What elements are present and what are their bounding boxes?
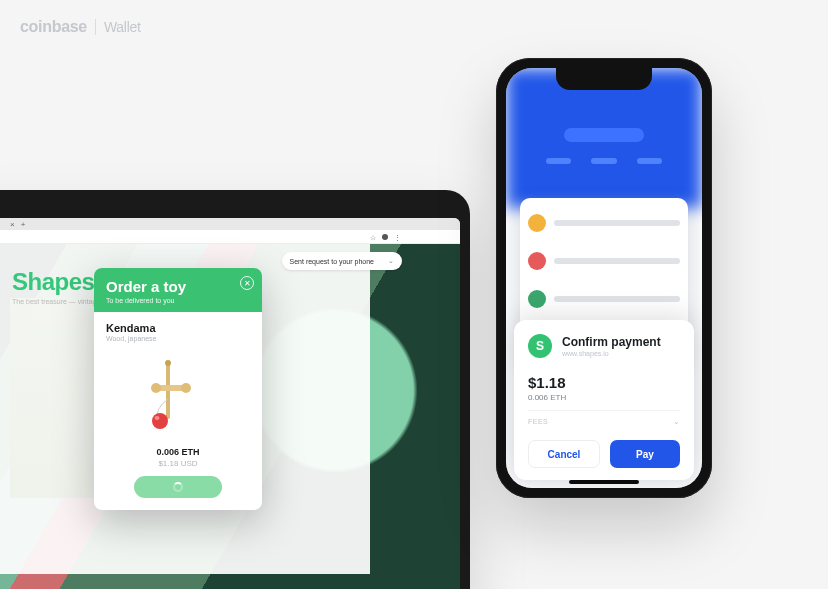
item-name: Kendama <box>106 322 250 334</box>
browser-toolbar: ☆ ⋮ <box>0 230 460 244</box>
fees-row[interactable]: FEES ⌄ <box>528 410 680 426</box>
amount-usd: $1.18 <box>528 374 680 391</box>
spinner-icon <box>173 482 183 492</box>
svg-point-1 <box>165 360 171 366</box>
svg-point-4 <box>181 383 191 393</box>
merchant-avatar: S <box>528 334 552 358</box>
phone-screen: S Confirm payment www.shapes.io $1.18 0.… <box>506 68 702 488</box>
fees-label: FEES <box>528 418 548 425</box>
blur-row <box>528 290 680 308</box>
sheet-actions: Cancel Pay <box>528 440 680 468</box>
confirm-payment-sheet: S Confirm payment www.shapes.io $1.18 0.… <box>514 320 694 480</box>
star-icon[interactable]: ☆ <box>370 234 376 240</box>
menu-icon[interactable]: ⋮ <box>394 234 400 240</box>
item-description: Wood, japanese <box>106 335 250 342</box>
loading-button[interactable] <box>134 476 222 498</box>
pay-button[interactable]: Pay <box>610 440 680 468</box>
cancel-button[interactable]: Cancel <box>528 440 600 468</box>
page-title: Shapes <box>12 268 94 296</box>
pay-label: Pay <box>636 449 654 460</box>
svg-point-3 <box>151 383 161 393</box>
cancel-label: Cancel <box>548 449 581 460</box>
svg-point-6 <box>155 416 160 420</box>
home-indicator[interactable] <box>569 480 639 484</box>
modal-title: Order a toy <box>106 278 250 295</box>
browser-tab-strip: × + <box>0 218 460 230</box>
product-name: Wallet <box>104 19 141 35</box>
modal-body: Kendama Wood, japanese 0.006 ETH <box>94 312 262 510</box>
chevron-down-icon: ⌄ <box>673 417 680 426</box>
blur-tabs <box>546 158 662 166</box>
item-image <box>106 346 250 443</box>
order-toy-modal: Order a toy To be delivered to you ✕ Ken… <box>94 268 262 510</box>
blur-pill <box>564 128 644 142</box>
modal-subtitle: To be delivered to you <box>106 297 250 304</box>
modal-header: Order a toy To be delivered to you ✕ <box>94 268 262 312</box>
status-text: Sent request to your phone <box>290 258 374 265</box>
chevron-down-icon: ⌄ <box>388 257 394 265</box>
tab-add-icon[interactable]: + <box>21 220 26 229</box>
item-price-eth: 0.006 ETH <box>106 447 250 457</box>
sheet-title: Confirm payment <box>562 335 661 349</box>
phone-notch <box>556 68 652 90</box>
laptop-screen: × + ☆ ⋮ Shapes The best treasure — vinta… <box>0 218 460 589</box>
item-price-usd: $1.18 USD <box>106 459 250 468</box>
sheet-header: S Confirm payment www.shapes.io <box>528 334 680 358</box>
close-icon[interactable]: ✕ <box>240 276 254 290</box>
blur-row <box>528 252 680 270</box>
merchant-initial: S <box>536 339 544 353</box>
phone-device: S Confirm payment www.shapes.io $1.18 0.… <box>496 58 712 498</box>
merchant-url: www.shapes.io <box>562 350 661 357</box>
tab-close-icon[interactable]: × <box>10 220 15 229</box>
svg-point-5 <box>152 413 168 429</box>
laptop-device: × + ☆ ⋮ Shapes The best treasure — vinta… <box>0 190 470 589</box>
profile-avatar-icon[interactable] <box>382 234 388 240</box>
brand-name: coinbase <box>20 18 87 36</box>
brand-logo: coinbase Wallet <box>20 18 141 36</box>
amount-eth: 0.006 ETH <box>528 393 680 402</box>
blur-row <box>528 214 680 232</box>
divider <box>95 19 96 35</box>
status-pill[interactable]: Sent request to your phone ⌄ <box>282 252 402 270</box>
